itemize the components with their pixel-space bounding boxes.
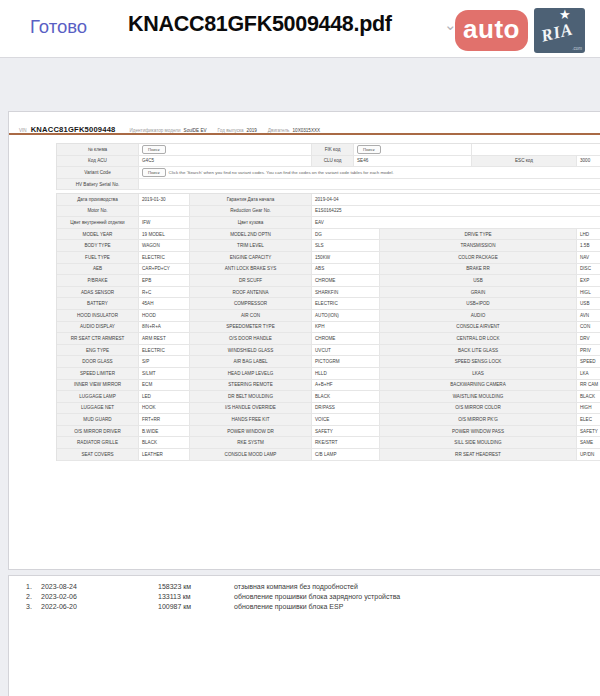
field-label: O/S MIRROR COLOR [380,403,577,415]
table-row: AUDIO DISPLAY8IN+R+ASPEEDOMETER TYPEKPHC… [57,322,600,334]
recall-history-list: 1.2023-08-24158323 кмотзывная компания б… [9,583,600,614]
recall-description: обновление прошивки блока зарядного устр… [234,593,400,600]
field-label: ENGINE CAPACITY [190,252,312,264]
table-row: SPEED LIMITERS/LMTHEAD LAMP LEVELGHLLDLK… [57,368,600,380]
table-row: LUGGAGE NETHOOKI/S HANDLE OVERRIDEDR/PAS… [57,403,600,415]
field-value: E1S0164225 [312,206,600,218]
field-label: WINDSHIELD GLASS [190,345,312,357]
pdf-page-2: 1.2023-08-24158323 кмотзывная компания б… [8,575,600,696]
field-value: ELECTRIC [139,345,190,357]
field-label: MODEL YEAR [57,229,139,241]
field-value: UVCUT [312,345,380,357]
field-value: SPEED [577,356,600,368]
field-value: ARM REST [139,333,190,345]
field-label: INNER VIEW MIRROR [57,380,139,392]
field-value: AUTO(ION) [312,310,380,322]
recall-date: 2023-02-06 [41,593,77,600]
pdf-page-1: VIN KNACC81GFK5009448 Идентификатор моде… [8,111,600,570]
field-label: O/S MIRROR PK'G [380,414,577,426]
field-label: Гарантия Дата начала [190,194,312,206]
search-button[interactable]: Поиск [142,168,166,177]
table-row: Variant CodeПоискClick the 'Search' when… [57,167,600,179]
field-label: POWER WINDOW DR [190,426,312,438]
field-value: CON [577,322,600,334]
table-row: INNER VIEW MIRRORECMSTEERING REMOTEA+B+H… [57,380,600,392]
ria-logo-domain: .com [572,46,582,51]
field-label: AUDIO DISPLAY [57,322,139,334]
field-label: RKE SYSTM [190,437,312,449]
done-button[interactable]: Готово [30,16,87,38]
field-label: FUEL TYPE [57,252,139,264]
table-row: MUD GUARDFRT+RRHANDS FREE KITVOICEO/S MI… [57,414,600,426]
field-value: S/P [139,356,190,368]
field-value: SHARKFIN [312,287,380,299]
field-label: AUDIO [380,310,577,322]
field-value: 150KW [312,252,380,264]
field-value: HOOK [139,403,190,415]
recall-date: 2022-06-20 [41,603,77,610]
field-label: AIR BAG LABEL [190,356,312,368]
field-label: POWER WINDOW PASS [380,426,577,438]
field-label: CLU код [312,156,354,168]
field-value: SE46 [354,156,472,168]
table-row: ADAS SENSORR+CROOF ANTENNASHARKFINGRAINH… [57,287,600,299]
header-divider-rule [9,133,600,135]
field-label: FIK код [312,144,354,156]
table-row: HOOD INSULATORHOODAIR CONAUTO(ION)AUDIOA… [57,310,600,322]
autoria-auto-badge[interactable]: auto [455,10,528,51]
browser-toolbar: Готово KNACC81GFK5009448.pdf ⌄ auto ★ RI… [0,0,600,58]
recall-number: 2. [26,593,32,600]
table-row: Дата производства2019-01-30Гарантия Дата… [57,194,600,206]
field-value: EPB [139,275,190,287]
table-row: Код ACUG4C5CLU кодSE46ESC код3000 [57,156,600,168]
field-label: CONSOLE MOOD LAMP [190,449,312,461]
document-title-dropdown[interactable]: KNACC81GFK5009448.pdf [128,12,392,37]
field-label: AEB [57,264,139,276]
field-value: HIGL [577,287,600,299]
field-value: LEATHER [139,449,190,461]
field-value [139,179,600,191]
field-label: CENTRAL DR LOCK [380,333,577,345]
ria-logo[interactable]: ★ RIA .com [534,8,585,53]
field-value: 2019-04-04 [312,194,600,206]
field-label: COMPRESSOR [190,298,312,310]
table-row: AEBCAR+PD+CYANTI LOCK BRAKE SYSABSBRAKE … [57,264,600,276]
field-value: USB [577,298,600,310]
field-value: R+C [139,287,190,299]
field-label: Variant Code [57,167,139,179]
field-label: O/S MIRROR DRIVER [57,426,139,438]
field-value: A+B+HF [312,380,380,392]
recall-item: 3.2022-06-20100987 кмобновление прошивки… [9,603,600,613]
search-button[interactable]: Поиск [142,145,166,154]
field-value: ECM [139,380,190,392]
field-value: 19 MODEL [139,229,190,241]
auto-badge-label: auto [463,14,520,45]
recall-number: 3. [26,603,32,610]
field-label: SEAT COVERS [57,449,139,461]
field-label: RADIATOR GRILLE [57,437,139,449]
field-value: Поиск [354,144,472,156]
search-button[interactable]: Поиск [357,145,381,154]
field-value: ELECTRIC [312,298,380,310]
field-label: DOOR GLASS [57,356,139,368]
field-label: DR SCUFF [190,275,312,287]
variant-note: Click the 'Search' when you find no vari… [169,170,394,175]
field-value: BLACK [577,391,600,403]
field-label: MODEL 2ND OPTN [190,229,312,241]
field-value: SAFETY [312,426,380,438]
table-row: Motor No.Reduction Gear No.E1S0164225 [57,206,600,218]
field-value: G4C5 [139,156,312,168]
field-value: HLLD [312,368,380,380]
pdf-canvas[interactable]: VIN KNACC81GFK5009448 Идентификатор моде… [0,58,600,696]
field-label: STEERING REMOTE [190,380,312,392]
table-row: P/BRAKEEPBDR SCUFFCHROMEUSBEXP [57,275,600,287]
field-value: Поиск [139,144,312,156]
field-value: 8IN+R+A [139,322,190,334]
field-label: RR SEAT HEADREST [380,449,577,461]
field-value: DISC [577,264,600,276]
field-label: I/S HANDLE OVERRIDE [190,403,312,415]
table-row: LUGGAGE LAMPLEDDR BELT MOULDINGBLACKWAIS… [57,391,600,403]
field-value: PICTOGRM [312,356,380,368]
recall-number: 1. [26,583,32,590]
field-label: WAISTLINE MOULDING [380,391,577,403]
